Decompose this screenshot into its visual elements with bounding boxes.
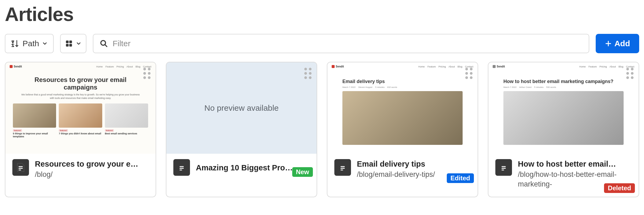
drag-handle-icon[interactable]: [465, 68, 473, 79]
drag-handle-icon[interactable]: [143, 68, 151, 79]
grid-icon: [65, 40, 73, 48]
svg-rect-17: [341, 166, 345, 167]
article-grid: Sendit HomeFeaturePricingAboutBlogContac…: [5, 62, 639, 197]
article-thumbnail: Sendit HomeFeaturePricingAboutBlogContac…: [488, 62, 639, 154]
document-icon: [173, 159, 190, 176]
status-badge: New: [292, 167, 313, 177]
svg-rect-21: [502, 168, 506, 169]
svg-rect-15: [180, 168, 184, 169]
page-title: Articles: [5, 3, 639, 25]
chevron-down-icon: [76, 41, 82, 46]
status-badge: Deleted: [604, 183, 635, 193]
sort-dropdown[interactable]: Path: [5, 34, 54, 53]
svg-rect-1: [69, 41, 72, 43]
article-thumbnail: No preview available: [166, 62, 317, 154]
sort-alpha-icon: [11, 39, 20, 48]
article-card[interactable]: Sendit HomeFeaturePricingAboutBlogContac…: [5, 62, 156, 197]
status-badge: Edited: [447, 173, 474, 183]
article-title: Email delivery tips: [357, 160, 471, 169]
article-card-footer: Email delivery tips /blog/email-delivery…: [327, 154, 478, 187]
drag-handle-icon[interactable]: [304, 68, 312, 79]
article-card-footer: Amazing 10 Biggest Pro… New: [166, 154, 317, 181]
svg-rect-13: [19, 170, 21, 170]
article-card-footer: How to host better email… /blog/how-to-h…: [488, 154, 639, 197]
article-title: How to host better email…: [518, 160, 632, 169]
svg-line-5: [105, 45, 107, 47]
article-card[interactable]: Sendit HomeFeaturePricingAboutBlogContac…: [488, 62, 639, 197]
document-icon: [495, 159, 512, 176]
add-label: Add: [614, 39, 630, 48]
article-card[interactable]: No preview available Amazing 10 Biggest …: [166, 62, 317, 197]
svg-rect-19: [341, 170, 343, 170]
svg-rect-3: [69, 44, 72, 46]
article-title: Resources to grow your e…: [35, 160, 149, 169]
article-card-footer: Resources to grow your e… /blog/: [5, 154, 156, 187]
svg-rect-12: [19, 168, 23, 169]
article-thumbnail: Sendit HomeFeaturePricingAboutBlogContac…: [5, 62, 156, 154]
article-path: /blog/: [35, 170, 149, 179]
article-card[interactable]: Sendit HomeFeaturePricingAboutBlogContac…: [327, 62, 478, 197]
svg-rect-22: [502, 170, 504, 170]
add-button[interactable]: Add: [596, 34, 639, 53]
svg-rect-20: [502, 166, 506, 167]
article-thumbnail: Sendit HomeFeaturePricingAboutBlogContac…: [327, 62, 478, 154]
chevron-down-icon: [42, 41, 48, 46]
svg-rect-14: [180, 166, 184, 167]
document-icon: [12, 159, 29, 176]
no-preview-text: No preview available: [204, 103, 279, 113]
svg-rect-2: [66, 44, 68, 46]
document-icon: [334, 159, 351, 176]
toolbar: Path Add: [5, 34, 639, 53]
view-mode-dropdown[interactable]: [60, 34, 86, 53]
sort-label: Path: [23, 39, 39, 48]
svg-rect-11: [19, 166, 23, 167]
drag-handle-icon[interactable]: [626, 68, 634, 79]
svg-rect-0: [66, 41, 68, 43]
search-icon: [100, 40, 108, 48]
plus-icon: [605, 40, 612, 47]
svg-rect-16: [180, 170, 182, 170]
svg-rect-18: [341, 168, 345, 169]
filter-field[interactable]: [93, 34, 589, 53]
filter-input[interactable]: [113, 39, 582, 48]
